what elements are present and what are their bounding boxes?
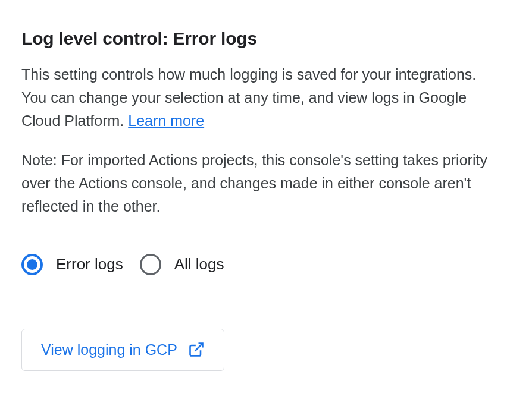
learn-more-link[interactable]: Learn more (128, 112, 204, 129)
radio-label: All logs (174, 255, 224, 273)
note-paragraph: Note: For imported Actions projects, thi… (21, 149, 497, 218)
view-logging-gcp-button[interactable]: View logging in GCP (21, 329, 224, 371)
description-text: This setting controls how much logging i… (21, 66, 476, 129)
radio-indicator-selected-icon (21, 254, 43, 275)
log-level-radio-group: Error logs All logs (21, 254, 511, 275)
radio-indicator-unselected-icon (140, 254, 161, 275)
svg-line-0 (195, 344, 203, 351)
description-paragraph: This setting controls how much logging i… (21, 63, 486, 132)
radio-option-all-logs[interactable]: All logs (140, 254, 224, 275)
open-external-icon (188, 341, 205, 358)
gcp-button-label: View logging in GCP (41, 341, 177, 358)
radio-label: Error logs (56, 255, 123, 273)
radio-option-error-logs[interactable]: Error logs (21, 254, 123, 275)
section-heading: Log level control: Error logs (21, 29, 511, 49)
